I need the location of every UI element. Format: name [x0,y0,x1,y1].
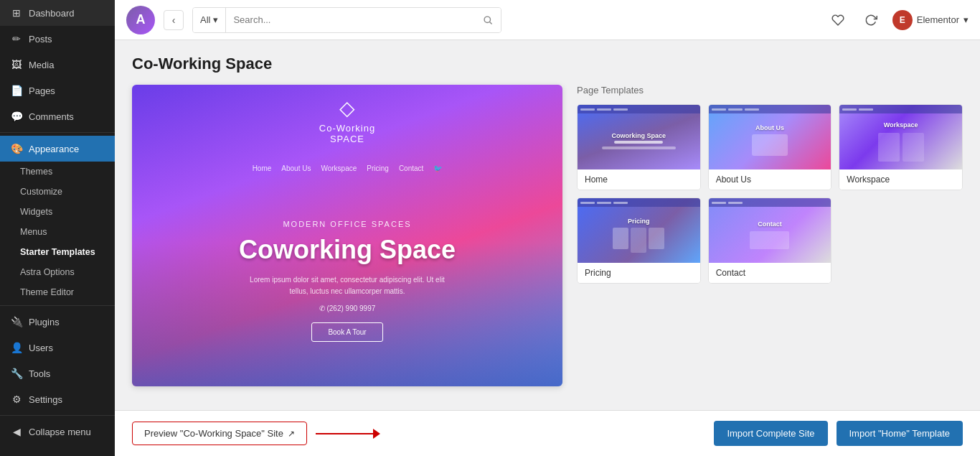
thumb-label-workspace: Workspace [884,121,918,129]
sidebar-sub-menus[interactable]: Menus [0,222,115,242]
tools-icon: 🔧 [10,367,23,380]
settings-icon: ⚙ [10,393,23,406]
preview-headline: Coworking Space [239,234,456,265]
sidebar-item-posts[interactable]: ✏ Posts [0,26,115,52]
preview-sub-text: Modern Office Spaces [283,220,411,228]
preview-cta-button[interactable]: Book A Tour [311,322,382,342]
sidebar-item-media[interactable]: 🖼 Media [0,52,115,78]
search-button[interactable] [475,8,501,32]
plugins-icon: 🔌 [10,315,23,328]
template-name-pricing: Pricing [578,263,700,283]
main-area: A ‹ All ▾ [115,0,980,456]
import-home-button[interactable]: Import "Home" Template [837,421,963,446]
sidebar-sub-widgets[interactable]: Widgets [0,202,115,222]
topbar: A ‹ All ▾ [115,0,980,40]
users-icon: 👤 [10,341,23,354]
preview-nav: ◇ Co-WorkingSPACE [132,85,562,162]
templates-panel: Page Templates [577,85,963,284]
thumb-nav-bar [578,105,700,113]
sidebar-sub-themes[interactable]: Themes [0,162,115,182]
template-thumb-home: Coworking Space [578,105,700,169]
collapse-icon: ◀ [10,425,23,438]
thumb-label-home: Coworking Space [612,132,666,139]
sidebar-sub-starter-templates[interactable]: Starter Templates [0,242,115,262]
import-complete-button[interactable]: Import Complete Site [714,421,827,446]
template-name-contact: Contact [709,263,831,283]
sidebar-item-label: Media [29,60,54,70]
sidebar-item-settings[interactable]: ⚙ Settings [0,386,115,412]
sidebar-item-comments[interactable]: 💬 Comments [0,103,115,129]
content-area: Co-Working Space ◇ Co-WorkingSPACE [115,40,980,456]
dashboard-icon: ⊞ [10,6,23,19]
sidebar-item-collapse[interactable]: ◀ Collapse menu [0,419,115,445]
search-bar: All ▾ [192,7,501,33]
arrow-head [373,429,380,439]
arrow-line [316,433,373,434]
preview-site-button[interactable]: Preview "Co-Working Space" Site ↗ [132,422,307,445]
logo-name: Co-WorkingSPACE [319,123,375,144]
sidebar-item-users[interactable]: 👤 Users [0,335,115,360]
sidebar-sub-customize[interactable]: Customize [0,182,115,202]
sidebar-item-dashboard[interactable]: ⊞ Dashboard [0,0,115,26]
user-menu[interactable]: E Elementor ▾ [892,10,969,30]
main-preview: ◇ Co-WorkingSPACE Home About Us Workspac… [132,85,562,386]
thumb-label-contact: Contact [758,220,782,228]
media-icon: 🖼 [10,58,23,71]
template-card-home[interactable]: Coworking Space Home [577,104,701,190]
template-thumb-workspace: Workspace [839,105,962,169]
sidebar-item-pages[interactable]: 📄 Pages [0,78,115,103]
template-name-workspace: Workspace [839,169,962,190]
thumb-home-content: Coworking Space [578,105,700,169]
template-thumb-pricing: Pricing [578,198,700,263]
sidebar-item-plugins[interactable]: 🔌 Plugins [0,309,115,335]
sidebar-item-label: Comments [29,111,74,122]
favorites-button[interactable] [826,9,849,32]
refresh-icon [864,14,877,27]
preview-overlay: ◇ Co-WorkingSPACE Home About Us Workspac… [132,85,562,386]
logo-diamond-icon: ◇ [319,96,375,120]
search-filter-dropdown[interactable]: All ▾ [193,8,226,32]
template-card-contact[interactable]: Contact Contact [708,197,832,284]
sidebar-item-label: Users [29,343,53,353]
preview-body: Modern Office Spaces Coworking Space Lor… [132,175,562,386]
page-title: Co-Working Space [132,55,963,73]
content-row: ◇ Co-WorkingSPACE Home About Us Workspac… [132,85,963,386]
sidebar-item-tools[interactable]: 🔧 Tools [0,360,115,386]
user-avatar: E [892,10,913,30]
sidebar-item-label: Appearance [29,144,79,154]
sidebar-item-label: Plugins [29,317,60,327]
sidebar-item-label: Pages [29,85,55,96]
refresh-button[interactable] [859,9,882,32]
sidebar: ⊞ Dashboard ✏ Posts 🖼 Media 📄 Pages 💬 Co… [0,0,115,456]
sidebar-sub-theme-editor[interactable]: Theme Editor [0,282,115,302]
content-scroll: Co-Working Space ◇ Co-WorkingSPACE [115,40,980,410]
templates-label: Page Templates [577,85,963,96]
search-input[interactable] [226,8,474,32]
template-card-workspace[interactable]: Workspace Workspace [839,104,963,190]
topbar-right: E Elementor ▾ [826,9,969,32]
divider [0,305,115,306]
arrow-indicator [316,429,380,439]
thumb-label-pricing: Pricing [628,218,650,225]
search-icon [483,15,493,25]
preview-description: Lorem ipsum dolor sit amet, consectetur … [247,274,448,297]
divider [0,132,115,133]
preview-logo: ◇ Co-WorkingSPACE [319,96,375,144]
appearance-icon: 🎨 [10,142,23,155]
external-link-icon: ↗ [288,429,295,439]
sidebar-item-label: Collapse menu [29,427,91,437]
comments-icon: 💬 [10,110,23,123]
template-card-pricing[interactable]: Pricing Pricing [577,197,701,284]
posts-icon: ✏ [10,32,23,45]
templates-grid: Coworking Space Home [577,104,963,284]
chevron-down-icon: ▾ [213,14,218,25]
sidebar-item-appearance[interactable]: 🎨 Appearance [0,136,115,162]
sidebar-item-label: Dashboard [29,8,75,19]
template-card-about[interactable]: About Us About Us [708,104,832,190]
svg-line-1 [489,22,491,24]
sidebar-item-label: Posts [29,34,52,45]
back-button[interactable]: ‹ [164,10,184,30]
sidebar-item-label: Tools [29,368,50,379]
sidebar-sub-astra-options[interactable]: Astra Options [0,262,115,282]
pages-icon: 📄 [10,84,23,97]
